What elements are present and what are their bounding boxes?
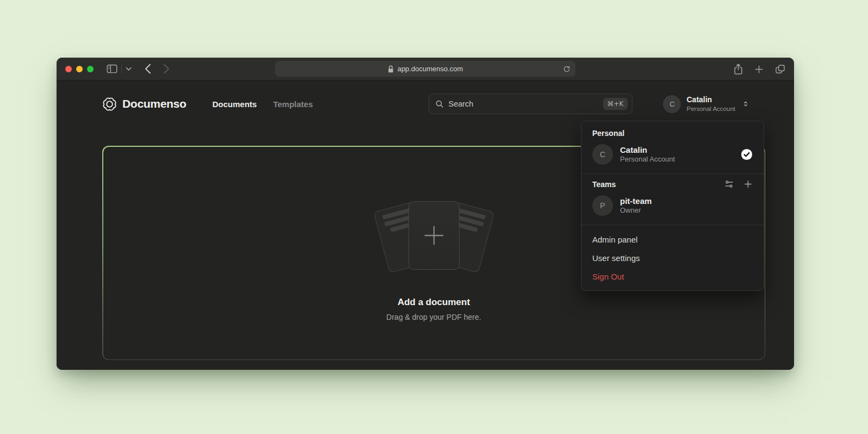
sidebar-toggle-icon[interactable] (107, 64, 117, 73)
browser-toolbar: app.documenso.com (57, 58, 794, 80)
new-tab-icon[interactable] (754, 65, 764, 74)
fullscreen-window-button[interactable] (87, 66, 94, 72)
manage-teams-icon[interactable] (724, 179, 734, 189)
documenso-logo-icon (102, 97, 117, 111)
menu-item-sign-out[interactable]: Sign Out (581, 268, 764, 286)
team-name: pit-team (620, 196, 652, 207)
main-nav: Documents Templates (213, 100, 313, 109)
personal-account-type: Personal Account (620, 155, 675, 164)
account-menu-trigger[interactable]: C Catalin Personal Account (663, 95, 749, 113)
account-subtitle: Personal Account (686, 105, 735, 113)
app-content: Documenso Documents Templates ⌘+K C (57, 80, 794, 370)
document-card-center (408, 201, 460, 270)
chevrons-up-down-icon (742, 100, 749, 108)
dropzone-title: Add a document (398, 297, 470, 308)
window-controls (65, 66, 94, 72)
teams-section-label: Teams (592, 180, 616, 189)
check-circle-icon (741, 148, 753, 160)
user-avatar: C (663, 95, 681, 113)
team-role: Owner (620, 206, 652, 215)
search-box[interactable]: ⌘+K (429, 94, 633, 114)
brand-name: Documenso (122, 97, 187, 110)
teams-section-header: Teams (581, 179, 764, 194)
account-dropdown-menu: Personal C Catalin Personal Account Team… (581, 121, 764, 291)
personal-section-label: Personal (581, 128, 764, 143)
toolbar-right-actions (734, 58, 785, 80)
close-window-button[interactable] (65, 66, 72, 72)
search-shortcut-badge: ⌘+K (603, 98, 628, 110)
personal-avatar: C (592, 144, 613, 165)
menu-item-user-settings[interactable]: User settings (581, 249, 764, 268)
document-stack-illustration (380, 200, 488, 273)
team-item[interactable]: P pit-team Owner (581, 194, 764, 221)
tab-overview-icon[interactable] (775, 64, 785, 75)
brand[interactable]: Documenso (102, 97, 187, 111)
share-icon[interactable] (734, 64, 743, 75)
account-name: Catalin (686, 95, 735, 105)
add-team-icon[interactable] (743, 179, 753, 189)
reload-icon[interactable] (563, 65, 571, 73)
dropzone-subtitle: Drag & drop your PDF here. (386, 313, 481, 321)
personal-account-name: Catalin (620, 145, 675, 156)
search-icon (435, 100, 444, 108)
lock-icon (388, 65, 394, 73)
back-icon[interactable] (145, 64, 151, 74)
forward-icon[interactable] (163, 64, 170, 74)
browser-window: app.documenso.com (57, 58, 794, 370)
sidebar-chevron-down-icon[interactable] (126, 67, 132, 71)
personal-account-item[interactable]: C Catalin Personal Account (581, 143, 764, 170)
nav-templates[interactable]: Templates (273, 100, 313, 109)
plus-icon (421, 223, 447, 248)
nav-documents[interactable]: Documents (213, 100, 257, 109)
menu-divider (581, 225, 764, 225)
menu-item-admin-panel[interactable]: Admin panel (581, 231, 764, 249)
team-avatar: P (592, 195, 613, 216)
search-input[interactable] (448, 100, 603, 108)
menu-divider (581, 173, 764, 174)
toolbar-separator (121, 65, 122, 73)
address-bar[interactable]: app.documenso.com (275, 61, 575, 77)
url-text: app.documenso.com (398, 65, 463, 73)
minimize-window-button[interactable] (76, 66, 83, 72)
